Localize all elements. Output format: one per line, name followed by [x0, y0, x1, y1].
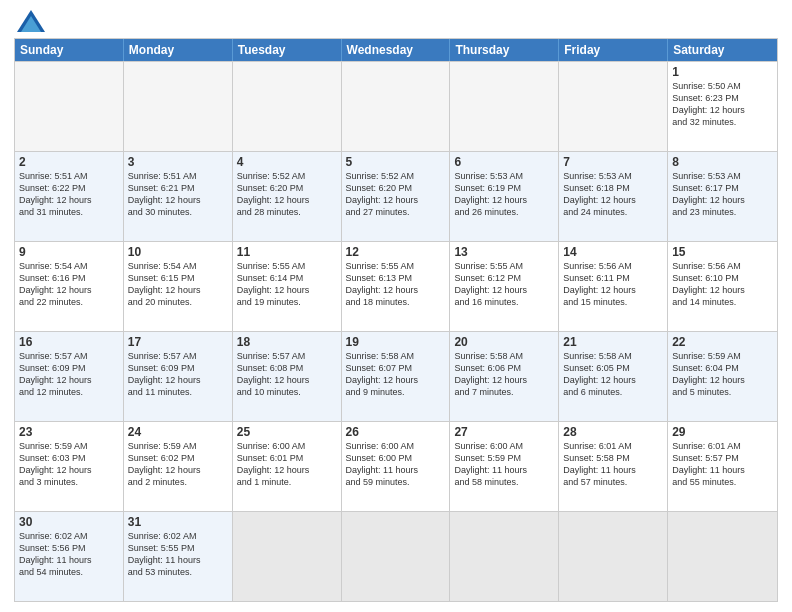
calendar-day-21: 21Sunrise: 5:58 AM Sunset: 6:05 PM Dayli…: [559, 332, 668, 421]
page: SundayMondayTuesdayWednesdayThursdayFrid…: [0, 0, 792, 612]
day-info: Sunrise: 5:58 AM Sunset: 6:07 PM Dayligh…: [346, 350, 446, 399]
calendar-day-24: 24Sunrise: 5:59 AM Sunset: 6:02 PM Dayli…: [124, 422, 233, 511]
day-info: Sunrise: 5:59 AM Sunset: 6:03 PM Dayligh…: [19, 440, 119, 489]
calendar-day-14: 14Sunrise: 5:56 AM Sunset: 6:11 PM Dayli…: [559, 242, 668, 331]
calendar-day-27: 27Sunrise: 6:00 AM Sunset: 5:59 PM Dayli…: [450, 422, 559, 511]
day-info: Sunrise: 5:59 AM Sunset: 6:04 PM Dayligh…: [672, 350, 773, 399]
calendar-week-3: 16Sunrise: 5:57 AM Sunset: 6:09 PM Dayli…: [15, 331, 777, 421]
calendar-day-6: 6Sunrise: 5:53 AM Sunset: 6:19 PM Daylig…: [450, 152, 559, 241]
calendar-week-4: 23Sunrise: 5:59 AM Sunset: 6:03 PM Dayli…: [15, 421, 777, 511]
calendar-empty-cell: [342, 512, 451, 601]
day-info: Sunrise: 5:52 AM Sunset: 6:20 PM Dayligh…: [237, 170, 337, 219]
day-number: 19: [346, 335, 446, 349]
day-number: 22: [672, 335, 773, 349]
day-info: Sunrise: 6:01 AM Sunset: 5:58 PM Dayligh…: [563, 440, 663, 489]
logo: [14, 10, 45, 32]
header-day-monday: Monday: [124, 39, 233, 61]
calendar-day-15: 15Sunrise: 5:56 AM Sunset: 6:10 PM Dayli…: [668, 242, 777, 331]
calendar-week-1: 2Sunrise: 5:51 AM Sunset: 6:22 PM Daylig…: [15, 151, 777, 241]
calendar-day-9: 9Sunrise: 5:54 AM Sunset: 6:16 PM Daylig…: [15, 242, 124, 331]
calendar-day-7: 7Sunrise: 5:53 AM Sunset: 6:18 PM Daylig…: [559, 152, 668, 241]
day-info: Sunrise: 5:51 AM Sunset: 6:22 PM Dayligh…: [19, 170, 119, 219]
calendar-day-2: 2Sunrise: 5:51 AM Sunset: 6:22 PM Daylig…: [15, 152, 124, 241]
calendar-day-4: 4Sunrise: 5:52 AM Sunset: 6:20 PM Daylig…: [233, 152, 342, 241]
day-number: 30: [19, 515, 119, 529]
calendar-empty-cell: [450, 62, 559, 151]
day-number: 13: [454, 245, 554, 259]
calendar-empty-cell: [559, 512, 668, 601]
logo-icon: [17, 10, 45, 32]
day-number: 9: [19, 245, 119, 259]
day-info: Sunrise: 6:00 AM Sunset: 6:01 PM Dayligh…: [237, 440, 337, 489]
calendar-day-26: 26Sunrise: 6:00 AM Sunset: 6:00 PM Dayli…: [342, 422, 451, 511]
day-number: 21: [563, 335, 663, 349]
calendar-day-30: 30Sunrise: 6:02 AM Sunset: 5:56 PM Dayli…: [15, 512, 124, 601]
day-number: 4: [237, 155, 337, 169]
day-number: 29: [672, 425, 773, 439]
calendar-day-11: 11Sunrise: 5:55 AM Sunset: 6:14 PM Dayli…: [233, 242, 342, 331]
day-number: 17: [128, 335, 228, 349]
calendar-day-23: 23Sunrise: 5:59 AM Sunset: 6:03 PM Dayli…: [15, 422, 124, 511]
day-info: Sunrise: 6:00 AM Sunset: 5:59 PM Dayligh…: [454, 440, 554, 489]
calendar-day-22: 22Sunrise: 5:59 AM Sunset: 6:04 PM Dayli…: [668, 332, 777, 421]
calendar-day-13: 13Sunrise: 5:55 AM Sunset: 6:12 PM Dayli…: [450, 242, 559, 331]
calendar-empty-cell: [559, 62, 668, 151]
calendar-week-0: 1Sunrise: 5:50 AM Sunset: 6:23 PM Daylig…: [15, 61, 777, 151]
calendar-week-5: 30Sunrise: 6:02 AM Sunset: 5:56 PM Dayli…: [15, 511, 777, 601]
calendar-empty-cell: [668, 512, 777, 601]
day-info: Sunrise: 5:59 AM Sunset: 6:02 PM Dayligh…: [128, 440, 228, 489]
day-info: Sunrise: 5:55 AM Sunset: 6:13 PM Dayligh…: [346, 260, 446, 309]
day-info: Sunrise: 5:54 AM Sunset: 6:15 PM Dayligh…: [128, 260, 228, 309]
day-number: 15: [672, 245, 773, 259]
calendar-day-1: 1Sunrise: 5:50 AM Sunset: 6:23 PM Daylig…: [668, 62, 777, 151]
calendar-empty-cell: [450, 512, 559, 601]
day-info: Sunrise: 6:01 AM Sunset: 5:57 PM Dayligh…: [672, 440, 773, 489]
header-day-sunday: Sunday: [15, 39, 124, 61]
day-number: 28: [563, 425, 663, 439]
day-number: 3: [128, 155, 228, 169]
header-day-thursday: Thursday: [450, 39, 559, 61]
calendar-day-8: 8Sunrise: 5:53 AM Sunset: 6:17 PM Daylig…: [668, 152, 777, 241]
day-info: Sunrise: 5:55 AM Sunset: 6:14 PM Dayligh…: [237, 260, 337, 309]
calendar-empty-cell: [233, 62, 342, 151]
header-day-friday: Friday: [559, 39, 668, 61]
day-number: 23: [19, 425, 119, 439]
day-number: 18: [237, 335, 337, 349]
day-number: 11: [237, 245, 337, 259]
day-info: Sunrise: 5:53 AM Sunset: 6:19 PM Dayligh…: [454, 170, 554, 219]
day-number: 31: [128, 515, 228, 529]
day-info: Sunrise: 5:57 AM Sunset: 6:09 PM Dayligh…: [128, 350, 228, 399]
day-number: 27: [454, 425, 554, 439]
calendar-empty-cell: [233, 512, 342, 601]
day-number: 6: [454, 155, 554, 169]
day-info: Sunrise: 5:56 AM Sunset: 6:11 PM Dayligh…: [563, 260, 663, 309]
day-number: 12: [346, 245, 446, 259]
day-info: Sunrise: 5:50 AM Sunset: 6:23 PM Dayligh…: [672, 80, 773, 129]
day-number: 8: [672, 155, 773, 169]
day-info: Sunrise: 5:53 AM Sunset: 6:17 PM Dayligh…: [672, 170, 773, 219]
calendar-day-10: 10Sunrise: 5:54 AM Sunset: 6:15 PM Dayli…: [124, 242, 233, 331]
calendar-day-31: 31Sunrise: 6:02 AM Sunset: 5:55 PM Dayli…: [124, 512, 233, 601]
day-info: Sunrise: 5:57 AM Sunset: 6:08 PM Dayligh…: [237, 350, 337, 399]
day-number: 10: [128, 245, 228, 259]
day-info: Sunrise: 5:56 AM Sunset: 6:10 PM Dayligh…: [672, 260, 773, 309]
day-number: 7: [563, 155, 663, 169]
day-number: 20: [454, 335, 554, 349]
day-number: 26: [346, 425, 446, 439]
calendar-week-2: 9Sunrise: 5:54 AM Sunset: 6:16 PM Daylig…: [15, 241, 777, 331]
day-info: Sunrise: 5:53 AM Sunset: 6:18 PM Dayligh…: [563, 170, 663, 219]
day-info: Sunrise: 6:02 AM Sunset: 5:55 PM Dayligh…: [128, 530, 228, 579]
calendar-day-29: 29Sunrise: 6:01 AM Sunset: 5:57 PM Dayli…: [668, 422, 777, 511]
calendar-day-3: 3Sunrise: 5:51 AM Sunset: 6:21 PM Daylig…: [124, 152, 233, 241]
day-info: Sunrise: 5:51 AM Sunset: 6:21 PM Dayligh…: [128, 170, 228, 219]
header-day-wednesday: Wednesday: [342, 39, 451, 61]
calendar-day-25: 25Sunrise: 6:00 AM Sunset: 6:01 PM Dayli…: [233, 422, 342, 511]
header-day-saturday: Saturday: [668, 39, 777, 61]
day-number: 5: [346, 155, 446, 169]
day-number: 16: [19, 335, 119, 349]
calendar-day-12: 12Sunrise: 5:55 AM Sunset: 6:13 PM Dayli…: [342, 242, 451, 331]
calendar-empty-cell: [124, 62, 233, 151]
calendar-day-20: 20Sunrise: 5:58 AM Sunset: 6:06 PM Dayli…: [450, 332, 559, 421]
calendar-empty-cell: [15, 62, 124, 151]
day-info: Sunrise: 5:55 AM Sunset: 6:12 PM Dayligh…: [454, 260, 554, 309]
